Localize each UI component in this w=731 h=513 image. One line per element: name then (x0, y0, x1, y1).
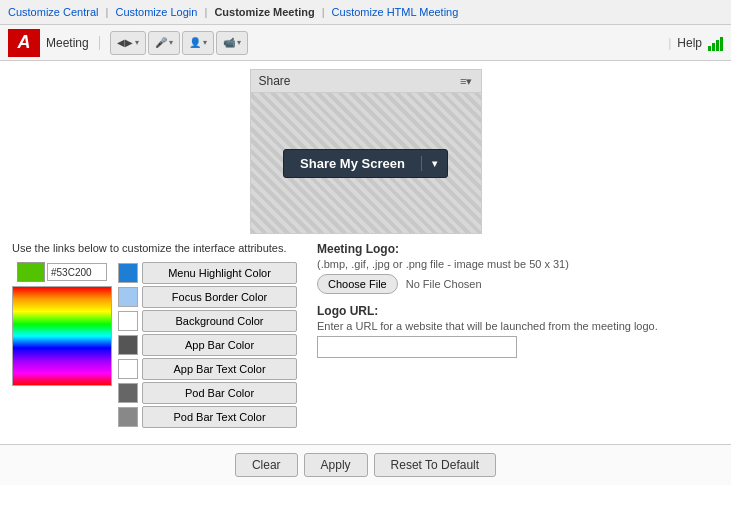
user-icon: 👤 (189, 37, 201, 48)
focus-border-color-button[interactable]: Focus Border Color (142, 286, 297, 308)
video-arrow: ▾ (237, 38, 241, 47)
nav-bar: Customize Central | Customize Login | Cu… (0, 0, 731, 25)
meeting-logo-hint: (.bmp, .gif, .jpg or .png file - image m… (317, 258, 719, 270)
color-gradient-picker[interactable] (12, 286, 112, 386)
nav-icon: ◀▶ (117, 37, 133, 48)
preview-menu-icon[interactable]: ≡▾ (460, 75, 472, 88)
logo-url-input[interactable] (317, 336, 517, 358)
toolbar-btn-user[interactable]: 👤 ▾ (182, 31, 214, 55)
share-button-label: Share My Screen (284, 156, 422, 171)
logo-url-section: Logo URL: Enter a URL for a website that… (317, 304, 719, 358)
toolbar-btn-nav[interactable]: ◀▶ ▾ (110, 31, 146, 55)
focus-border-swatch (118, 287, 138, 307)
app-bar-text-row: App Bar Text Color (118, 358, 297, 380)
mic-arrow: ▾ (169, 38, 173, 47)
pod-bar-text-row: Pod Bar Text Color (118, 406, 297, 428)
signal-bar-2 (712, 43, 715, 51)
adobe-logo: A (8, 29, 40, 57)
preview-header: Share ≡▾ (251, 70, 481, 93)
background-color-button[interactable]: Background Color (142, 310, 297, 332)
focus-border-row: Focus Border Color (118, 286, 297, 308)
app-bar-swatch (118, 335, 138, 355)
pod-bar-color-button[interactable]: Pod Bar Color (142, 382, 297, 404)
reset-to-default-button[interactable]: Reset To Default (374, 453, 497, 477)
meeting-logo-title: Meeting Logo: (317, 242, 719, 256)
preview-body: Share My Screen ▾ (251, 93, 481, 233)
hex-color-input[interactable] (47, 263, 107, 281)
customize-section: Use the links below to customize the int… (12, 242, 719, 428)
choose-file-button[interactable]: Choose File (317, 274, 398, 294)
toolbar-icons: ◀▶ ▾ 🎤 ▾ 👤 ▾ 📹 ▾ (110, 31, 248, 55)
background-swatch (118, 311, 138, 331)
left-panel: Use the links below to customize the int… (12, 242, 297, 428)
signal-icon (708, 35, 723, 51)
customize-hint: Use the links below to customize the int… (12, 242, 297, 254)
nav-customize-login[interactable]: Customize Login (115, 6, 197, 18)
app-bar-text-color-button[interactable]: App Bar Text Color (142, 358, 297, 380)
clear-button[interactable]: Clear (235, 453, 298, 477)
apply-button[interactable]: Apply (304, 453, 368, 477)
signal-bar-1 (708, 46, 711, 51)
app-bar-color-button[interactable]: App Bar Color (142, 334, 297, 356)
nav-customize-central[interactable]: Customize Central (8, 6, 98, 18)
file-upload-row: Choose File No File Chosen (317, 274, 719, 294)
app-bar-text-swatch (118, 359, 138, 379)
toolbar-btn-video[interactable]: 📹 ▾ (216, 31, 248, 55)
right-panel: Meeting Logo: (.bmp, .gif, .jpg or .png … (317, 242, 719, 428)
nav-customize-html-meeting[interactable]: Customize HTML Meeting (332, 6, 459, 18)
current-color-swatch (17, 262, 45, 282)
help-link[interactable]: Help (677, 36, 702, 50)
logo-url-title: Logo URL: (317, 304, 719, 318)
pod-bar-text-swatch (118, 407, 138, 427)
pod-bar-text-color-button[interactable]: Pod Bar Text Color (142, 406, 297, 428)
video-icon: 📹 (223, 37, 235, 48)
bottom-bar: Clear Apply Reset To Default (0, 444, 731, 485)
nav-customize-meeting[interactable]: Customize Meeting (214, 6, 314, 18)
meeting-label: Meeting (46, 36, 100, 50)
share-my-screen-button[interactable]: Share My Screen ▾ (283, 149, 448, 178)
nav-arrow: ▾ (135, 38, 139, 47)
preview-area: Share ≡▾ Share My Screen ▾ (250, 69, 482, 234)
color-picker-area: Menu Highlight Color Focus Border Color … (12, 262, 297, 428)
signal-bar-3 (716, 40, 719, 51)
nav-separator-3: | (322, 6, 328, 18)
menu-highlight-swatch (118, 263, 138, 283)
background-row: Background Color (118, 310, 297, 332)
help-section: | Help (668, 35, 723, 51)
toolbar-btn-mic[interactable]: 🎤 ▾ (148, 31, 180, 55)
mic-icon: 🎤 (155, 37, 167, 48)
menu-highlight-color-button[interactable]: Menu Highlight Color (142, 262, 297, 284)
nav-separator-2: | (204, 6, 210, 18)
nav-separator-1: | (106, 6, 112, 18)
color-swatch-col (12, 262, 112, 386)
app-bar-row: App Bar Color (118, 334, 297, 356)
main-content: Share ≡▾ Share My Screen ▾ Use the links… (0, 69, 731, 436)
meeting-logo-section: Meeting Logo: (.bmp, .gif, .jpg or .png … (317, 242, 719, 294)
no-file-label: No File Chosen (406, 278, 482, 290)
share-button-arrow: ▾ (422, 158, 447, 169)
signal-bar-4 (720, 37, 723, 51)
pod-bar-row: Pod Bar Color (118, 382, 297, 404)
pod-bar-swatch (118, 383, 138, 403)
help-separator: | (668, 36, 671, 50)
preview-title: Share (259, 74, 291, 88)
logo-url-hint: Enter a URL for a website that will be l… (317, 320, 719, 332)
user-arrow: ▾ (203, 38, 207, 47)
app-bar: A Meeting ◀▶ ▾ 🎤 ▾ 👤 ▾ 📹 ▾ | Help (0, 25, 731, 61)
menu-highlight-row: Menu Highlight Color (118, 262, 297, 284)
color-buttons-col: Menu Highlight Color Focus Border Color … (118, 262, 297, 428)
